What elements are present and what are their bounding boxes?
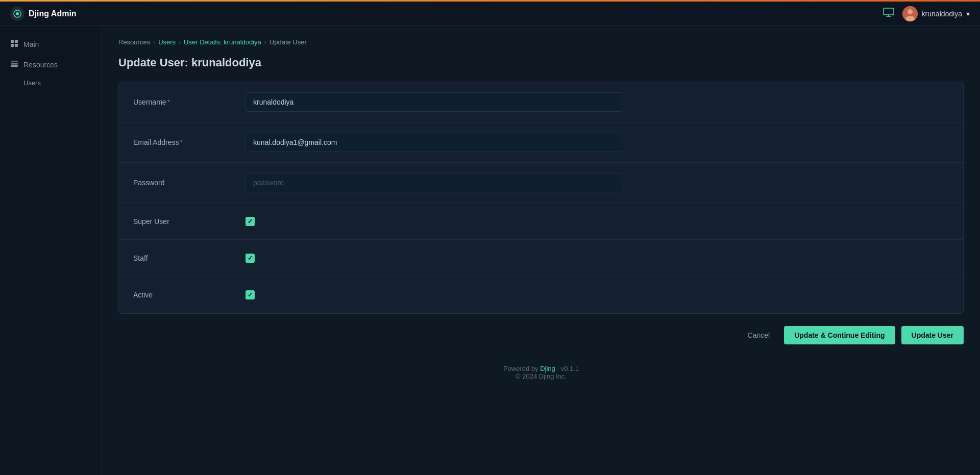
sidebar-users-label: Users: [23, 79, 41, 87]
email-input[interactable]: [246, 133, 623, 152]
navbar-user[interactable]: krunaldodiya ▾: [902, 6, 970, 21]
footer-actions: Cancel Update & Continue Editing Update …: [118, 314, 964, 357]
password-row: Password: [119, 163, 963, 203]
svg-rect-10: [11, 61, 18, 62]
active-checkbox[interactable]: ✓: [246, 290, 255, 299]
page-title: Update User: krunaldodiya: [118, 56, 964, 69]
staff-checkbox-wrapper: ✓: [246, 254, 255, 263]
username-row: Username*: [119, 82, 963, 122]
superuser-checkbox[interactable]: ✓: [246, 217, 255, 226]
superuser-checkmark: ✓: [248, 218, 253, 225]
sidebar-item-users[interactable]: Users: [0, 75, 102, 91]
main-content: Resources › Users › User Details: krunal…: [102, 26, 980, 475]
username-label: Username*: [133, 98, 246, 106]
password-label: Password: [133, 179, 246, 187]
sidebar-item-main[interactable]: Main: [0, 34, 102, 55]
username-input[interactable]: [246, 92, 623, 112]
svg-rect-9: [15, 44, 18, 47]
navbar-username: krunaldodiya: [922, 10, 962, 18]
update-continue-button[interactable]: Update & Continue Editing: [784, 326, 895, 344]
page-footer: Powered by Djing · v0.1.1 © 2024 Djing I…: [118, 357, 964, 388]
breadcrumb-users[interactable]: Users: [158, 38, 176, 46]
superuser-label: Super User: [133, 217, 246, 226]
email-row: Email Address*: [119, 122, 963, 163]
superuser-row: Super User ✓: [119, 203, 963, 240]
svg-point-4: [908, 9, 913, 14]
password-input[interactable]: [246, 173, 623, 192]
staff-row: Staff ✓: [119, 240, 963, 277]
svg-rect-12: [11, 65, 18, 67]
sidebar-resources-label: Resources: [23, 61, 58, 69]
superuser-checkbox-wrapper: ✓: [246, 217, 255, 226]
cancel-button[interactable]: Cancel: [740, 326, 778, 344]
form-card: Username* Email Address* Password: [118, 82, 964, 314]
svg-rect-2: [884, 8, 894, 15]
active-checkbox-wrapper: ✓: [246, 290, 255, 299]
svg-point-1: [16, 12, 19, 15]
monitor-icon: [883, 8, 894, 19]
active-label: Active: [133, 291, 246, 299]
footer-line2: © 2024 Djing Inc.: [127, 372, 955, 380]
footer-brand-link[interactable]: Djing: [540, 365, 555, 372]
breadcrumb-resources: Resources: [118, 38, 150, 46]
staff-checkmark: ✓: [248, 255, 253, 262]
navbar: Djing Admin krunaldodiya ▾: [0, 2, 980, 26]
brand-title: Djing Admin: [29, 9, 77, 18]
breadcrumb-sep-2: ›: [179, 39, 181, 46]
sidebar: Main Resources Users: [0, 26, 102, 475]
svg-rect-7: [15, 40, 18, 43]
sidebar-item-resources[interactable]: Resources: [0, 55, 102, 75]
breadcrumb-user-details[interactable]: User Details: krunaldodiya: [184, 38, 261, 46]
svg-rect-8: [11, 44, 14, 47]
email-label: Email Address*: [133, 138, 246, 146]
breadcrumb: Resources › Users › User Details: krunal…: [118, 38, 964, 46]
sidebar-main-label: Main: [23, 40, 39, 48]
navbar-brand: Djing Admin: [10, 7, 77, 21]
navbar-right: krunaldodiya ▾: [883, 6, 970, 21]
svg-rect-11: [11, 63, 18, 65]
update-user-button[interactable]: Update User: [901, 326, 964, 344]
footer-line1: Powered by Djing · v0.1.1: [127, 365, 955, 372]
brand-icon: [10, 7, 24, 21]
breadcrumb-sep-1: ›: [153, 39, 155, 46]
resources-icon: [10, 60, 18, 70]
chevron-down-icon: ▾: [966, 10, 970, 18]
email-required: *: [180, 138, 182, 146]
active-checkmark: ✓: [248, 291, 253, 298]
username-required: *: [167, 98, 170, 106]
avatar: [902, 6, 918, 21]
grid-icon: [10, 39, 18, 49]
svg-rect-6: [11, 40, 14, 43]
active-row: Active ✓: [119, 277, 963, 313]
staff-checkbox[interactable]: ✓: [246, 254, 255, 263]
staff-label: Staff: [133, 254, 246, 262]
breadcrumb-update-user: Update User: [270, 38, 307, 46]
breadcrumb-sep-3: ›: [264, 39, 266, 46]
